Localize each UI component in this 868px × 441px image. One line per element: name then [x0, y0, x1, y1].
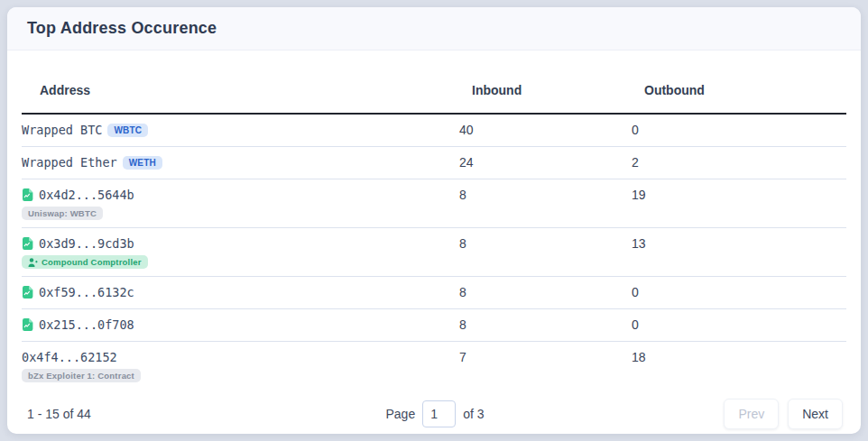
top-address-occurence-card: Top Address Occurence Address Inbound Ou…: [7, 7, 861, 434]
table-row: 0x3d9...9cd3b Compound Comptroller 8 13: [22, 228, 846, 277]
result-range-text: 1 - 15 of 44: [27, 407, 385, 421]
prev-page-button[interactable]: Prev: [724, 399, 779, 429]
contract-file-icon: [22, 188, 33, 201]
inbound-value: 8: [459, 186, 632, 204]
token-badge: WBTC: [107, 124, 148, 137]
inbound-value: 8: [459, 283, 632, 301]
column-header-outbound: Outbound: [632, 83, 846, 97]
column-header-address: Address: [22, 83, 459, 97]
occurrence-table: Address Inbound Outbound Wrapped BTC WBT…: [22, 51, 846, 390]
inbound-value: 8: [459, 234, 632, 253]
page-number-input[interactable]: [422, 400, 456, 427]
address-text[interactable]: Wrapped BTC: [22, 123, 102, 137]
address-label-text: Compound Comptroller: [42, 257, 142, 267]
next-page-button[interactable]: Next: [788, 399, 843, 429]
table-row: 0x215...0f708 8 0: [22, 309, 846, 342]
address-text[interactable]: 0x3d9...9cd3b: [39, 236, 134, 251]
outbound-value: 0: [632, 121, 846, 139]
table-row: 0x4f4...62152 bZx Exploiter 1: Contract …: [22, 342, 846, 390]
address-label-badge: Uniswap: WBTC: [22, 207, 103, 220]
card-header: Top Address Occurence: [7, 7, 861, 51]
table-row: Wrapped Ether WETH 24 2: [22, 147, 846, 179]
table-row: Wrapped BTC WBTC 40 0: [22, 115, 846, 147]
table-header-row: Address Inbound Outbound: [22, 51, 846, 115]
page-label: Page: [385, 407, 415, 421]
outbound-value: 0: [632, 316, 846, 334]
page-controls: Page of 3: [385, 400, 484, 427]
table-row: 0x4d2...5644b Uniswap: WBTC 8 19: [22, 179, 846, 228]
outbound-value: 19: [632, 186, 846, 204]
user-icon: [28, 258, 38, 267]
column-header-inbound: Inbound: [459, 83, 632, 97]
contract-file-icon: [22, 318, 33, 331]
contract-file-icon: [22, 286, 33, 299]
inbound-value: 7: [459, 348, 632, 366]
page-title: Top Address Occurence: [27, 19, 217, 38]
address-text[interactable]: 0x4f4...62152: [22, 350, 117, 364]
address-text[interactable]: 0x215...0f708: [39, 317, 134, 332]
inbound-value: 24: [459, 153, 632, 171]
address-text[interactable]: Wrapped Ether: [22, 155, 117, 170]
address-text[interactable]: 0xf59...6132c: [39, 285, 134, 299]
inbound-value: 40: [459, 121, 632, 139]
outbound-value: 0: [632, 283, 846, 301]
page-count-label: of 3: [463, 407, 484, 421]
outbound-value: 2: [632, 153, 846, 171]
address-label-badge: Compound Comptroller: [22, 255, 148, 269]
outbound-value: 13: [632, 234, 846, 253]
address-text[interactable]: 0x4d2...5644b: [39, 188, 134, 202]
table-row: 0xf59...6132c 8 0: [22, 277, 846, 309]
token-badge: WETH: [123, 156, 162, 170]
address-label-badge: bZx Exploiter 1: Contract: [22, 369, 141, 382]
outbound-value: 18: [632, 348, 846, 366]
pagination-bar: 1 - 15 of 44 Page of 3 Prev Next: [7, 390, 861, 434]
inbound-value: 8: [459, 316, 632, 334]
contract-file-icon: [22, 237, 33, 250]
